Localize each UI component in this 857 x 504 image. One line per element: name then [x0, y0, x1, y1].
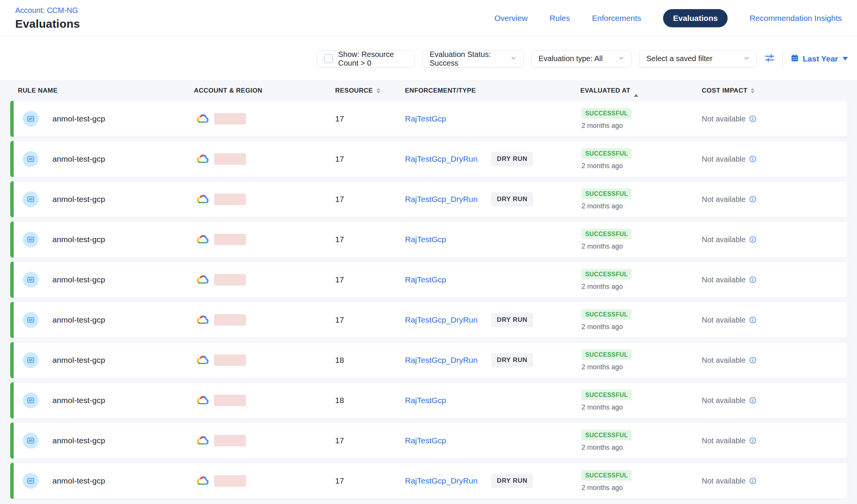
- info-icon[interactable]: [749, 357, 756, 364]
- enforcement-link[interactable]: RajTestGcp_DryRun: [405, 195, 477, 204]
- evaluated-time: 2 months ago: [581, 122, 623, 130]
- tab-rules[interactable]: Rules: [550, 14, 570, 23]
- resource-count: 17: [335, 114, 344, 123]
- filter-bar: Show: Resource Count > 0 Evaluation Stat…: [0, 37, 857, 81]
- info-icon[interactable]: [749, 437, 756, 444]
- account-name-redacted: [214, 475, 246, 487]
- resource-count: 17: [335, 436, 344, 445]
- cost-impact-cell: Not available: [702, 436, 756, 445]
- resource-count: 17: [335, 275, 344, 284]
- cost-impact-cell: Not available: [702, 115, 756, 123]
- info-icon[interactable]: [749, 236, 756, 243]
- enforcement-link[interactable]: RajTestGcp: [405, 436, 446, 445]
- rule-icon: [23, 232, 39, 247]
- table-row[interactable]: anmol-test-gcp 17 R: [10, 221, 848, 258]
- tab-recommendation-insights[interactable]: Recommendation Insights: [750, 14, 842, 23]
- evaluated-at-cell: SUCCESSFUL 2 months ago: [581, 430, 632, 452]
- cost-impact-value: Not available: [702, 316, 746, 324]
- enforcement-link[interactable]: RajTestGcp: [405, 114, 446, 123]
- gcp-cloud-icon: [195, 153, 210, 165]
- enforcement-type-cell: DRY RUN: [491, 313, 533, 327]
- cost-impact-value: Not available: [702, 477, 746, 485]
- evaluated-time: 2 months ago: [581, 403, 623, 411]
- info-icon[interactable]: [749, 156, 756, 163]
- column-header-rule-name: RULE NAME: [18, 87, 58, 94]
- enforcement-link[interactable]: RajTestGcp_DryRun: [405, 315, 477, 324]
- table-header: RULE NAME ACCOUNT & REGION RESOURCE ENFO…: [0, 81, 857, 101]
- saved-filter-dropdown[interactable]: Select a saved filter: [639, 50, 757, 68]
- enforcement-link[interactable]: RajTestGcp_DryRun: [405, 356, 477, 365]
- table-row[interactable]: anmol-test-gcp 18 R: [10, 342, 848, 378]
- account-name-redacted: [214, 234, 246, 245]
- rule-icon: [23, 151, 39, 167]
- table-row[interactable]: anmol-test-gcp 17 R: [10, 302, 848, 338]
- sort-icon[interactable]: [377, 88, 380, 93]
- info-icon[interactable]: [749, 115, 756, 123]
- table-row[interactable]: anmol-test-gcp 17 R: [10, 463, 848, 499]
- account-name-redacted: [214, 194, 246, 205]
- cost-impact-cell: Not available: [702, 235, 756, 244]
- dry-run-badge: DRY RUN: [491, 353, 533, 367]
- table-row[interactable]: anmol-test-gcp 17 R: [10, 261, 848, 298]
- evaluation-status-dropdown[interactable]: Evaluation Status: Success: [422, 50, 524, 68]
- evaluation-type-dropdown[interactable]: Evaluation type: All: [531, 50, 632, 68]
- page-title: Evaluations: [15, 17, 80, 30]
- rule-icon: [23, 433, 39, 449]
- sort-ascending-icon[interactable]: [634, 87, 638, 94]
- table-row[interactable]: anmol-test-gcp 18 R: [10, 382, 848, 419]
- enforcement-link[interactable]: RajTestGcp_DryRun: [405, 476, 477, 485]
- gcp-cloud-icon: [195, 113, 210, 125]
- enforcement-link[interactable]: RajTestGcp_DryRun: [405, 154, 477, 164]
- cost-impact-cell: Not available: [702, 356, 756, 365]
- sort-icon[interactable]: [751, 88, 755, 93]
- status-badge: SUCCESSFUL: [581, 229, 632, 239]
- evaluated-time: 2 months ago: [581, 283, 623, 291]
- date-range-selector[interactable]: Last Year: [791, 54, 848, 64]
- dry-run-badge: DRY RUN: [491, 474, 533, 488]
- info-icon[interactable]: [749, 196, 756, 203]
- account-name-redacted: [214, 274, 246, 285]
- info-icon[interactable]: [749, 276, 756, 284]
- cost-impact-value: Not available: [702, 155, 746, 164]
- status-badge: SUCCESSFUL: [581, 390, 632, 400]
- sliders-icon: [764, 53, 775, 65]
- caret-down-icon: [843, 57, 848, 60]
- table-row[interactable]: anmol-test-gcp 17 R: [10, 181, 848, 217]
- tab-overview[interactable]: Overview: [495, 14, 528, 23]
- rule-icon: [23, 312, 39, 328]
- evaluated-at-cell: SUCCESSFUL 2 months ago: [581, 309, 632, 331]
- filter-settings-button[interactable]: [764, 53, 775, 65]
- info-icon[interactable]: [749, 397, 756, 404]
- table-row[interactable]: anmol-test-gcp 17 R: [10, 422, 848, 459]
- column-header-enforcement-type: ENFORCEMENT/TYPE: [405, 87, 476, 94]
- rule-name: anmol-test-gcp: [52, 436, 105, 445]
- account-name-redacted: [214, 314, 246, 326]
- resource-count-label: Show: Resource Count > 0: [338, 50, 408, 68]
- chevron-down-icon: [510, 54, 517, 63]
- enforcement-link[interactable]: RajTestGcp: [405, 275, 446, 284]
- resource-count: 18: [335, 396, 344, 405]
- rule-name: anmol-test-gcp: [52, 396, 105, 405]
- resource-count-filter[interactable]: Show: Resource Count > 0: [317, 50, 415, 68]
- dry-run-badge: DRY RUN: [491, 192, 533, 206]
- status-badge: SUCCESSFUL: [581, 470, 632, 481]
- column-header-resource[interactable]: RESOURCE: [335, 87, 380, 94]
- info-icon[interactable]: [749, 317, 756, 324]
- tab-enforcements[interactable]: Enforcements: [592, 14, 641, 23]
- enforcement-link[interactable]: RajTestGcp: [405, 235, 446, 244]
- enforcement-link[interactable]: RajTestGcp: [405, 396, 446, 405]
- column-header-evaluated-at[interactable]: EVALUATED AT: [580, 87, 638, 94]
- cost-impact-cell: Not available: [702, 477, 756, 485]
- dry-run-badge: DRY RUN: [491, 313, 533, 327]
- column-header-cost-impact[interactable]: COST IMPACT: [702, 87, 755, 94]
- tab-evaluations[interactable]: Evaluations: [663, 9, 728, 27]
- breadcrumb[interactable]: Account: CCM-NG: [15, 6, 80, 15]
- table-row[interactable]: anmol-test-gcp 17 R: [10, 101, 848, 137]
- cost-impact-cell: Not available: [702, 195, 756, 204]
- evaluated-time: 2 months ago: [581, 323, 623, 331]
- table-row[interactable]: anmol-test-gcp 17 R: [10, 141, 848, 177]
- column-header-account-region: ACCOUNT & REGION: [194, 87, 262, 94]
- info-icon[interactable]: [749, 477, 756, 485]
- cost-impact-cell: Not available: [702, 396, 756, 405]
- resource-count-checkbox[interactable]: [324, 54, 333, 63]
